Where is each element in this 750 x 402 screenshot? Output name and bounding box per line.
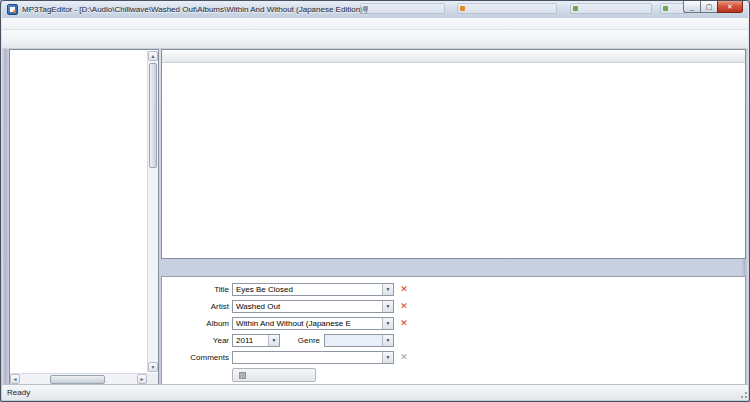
window-frame-left bbox=[2, 49, 9, 384]
background-window-ghost bbox=[570, 3, 652, 14]
editor-body: Title Eyes Be Closed ▼ ✕ Artist Washed O… bbox=[161, 276, 746, 385]
menu-bar bbox=[2, 18, 748, 30]
album-label: Album bbox=[162, 317, 229, 330]
title-label: Title bbox=[162, 283, 229, 296]
scrollbar-corner bbox=[147, 373, 158, 384]
year-dropdown-arrow[interactable]: ▼ bbox=[268, 335, 279, 346]
save-icon bbox=[239, 372, 246, 379]
clear-comments-button[interactable]: ✕ bbox=[398, 351, 410, 363]
scroll-up-button[interactable]: ▲ bbox=[148, 51, 158, 61]
resize-grip[interactable] bbox=[738, 387, 748, 399]
app-icon bbox=[7, 4, 18, 15]
vertical-scroll-thumb[interactable] bbox=[149, 63, 157, 168]
year-value[interactable]: 2011 bbox=[236, 335, 266, 347]
status-text: Ready bbox=[2, 388, 738, 397]
window-title: MP3TagEditor - [D:\Audio\Chillwave\Washe… bbox=[22, 5, 367, 14]
window-controls: _ ▢ ✕ bbox=[683, 1, 743, 13]
scroll-left-button[interactable]: ◄ bbox=[10, 374, 20, 384]
scroll-right-button[interactable]: ► bbox=[137, 374, 147, 384]
app-window: MP3TagEditor - [D:\Audio\Chillwave\Washe… bbox=[0, 0, 750, 402]
clear-title-button[interactable]: ✕ bbox=[398, 283, 410, 295]
maximize-button[interactable]: ▢ bbox=[700, 1, 717, 13]
tag-editor-panel: Title Eyes Be Closed ▼ ✕ Artist Washed O… bbox=[161, 263, 746, 385]
minimize-button[interactable]: _ bbox=[683, 1, 700, 13]
horizontal-scroll-thumb[interactable] bbox=[50, 375, 105, 384]
album-field[interactable]: Within And Without (Japanese E ▼ bbox=[232, 317, 394, 330]
title-field[interactable]: Eyes Be Closed ▼ bbox=[232, 283, 394, 296]
comments-dropdown-arrow[interactable]: ▼ bbox=[382, 352, 393, 363]
genre-dropdown-arrow[interactable]: ▼ bbox=[382, 335, 393, 346]
genre-field[interactable]: ▼ bbox=[324, 334, 394, 347]
title-value[interactable]: Eyes Be Closed bbox=[236, 284, 380, 296]
artist-label: Artist bbox=[162, 300, 229, 313]
year-field[interactable]: 2011 ▼ bbox=[232, 334, 280, 347]
file-list-rows bbox=[162, 63, 745, 258]
comments-field[interactable]: ▼ bbox=[232, 351, 394, 364]
scroll-down-button[interactable]: ▼ bbox=[148, 362, 158, 372]
background-window-ghost bbox=[360, 3, 445, 14]
album-dropdown-arrow[interactable]: ▼ bbox=[382, 318, 393, 329]
artist-field[interactable]: Washed Out ▼ bbox=[232, 300, 394, 313]
album-value[interactable]: Within And Without (Japanese E bbox=[236, 318, 380, 330]
status-bar: Ready bbox=[2, 384, 748, 400]
close-button[interactable]: ✕ bbox=[717, 1, 743, 13]
comments-label: Comments bbox=[162, 351, 229, 364]
tree-horizontal-scrollbar[interactable]: ◄ ► bbox=[10, 373, 147, 384]
file-list-header bbox=[162, 50, 745, 63]
file-list bbox=[161, 49, 746, 259]
artist-value[interactable]: Washed Out bbox=[236, 301, 380, 313]
save-changes-button[interactable] bbox=[232, 368, 316, 382]
artist-dropdown-arrow[interactable]: ▼ bbox=[382, 301, 393, 312]
folder-tree bbox=[10, 51, 147, 372]
year-label: Year bbox=[162, 334, 229, 347]
toolbar bbox=[2, 30, 748, 49]
genre-label: Genre bbox=[282, 334, 320, 347]
clear-artist-button[interactable]: ✕ bbox=[398, 300, 410, 312]
folder-tree-panel: ▲ ▼ ◄ ► bbox=[9, 49, 159, 385]
background-window-ghost bbox=[457, 3, 557, 14]
tree-vertical-scrollbar[interactable]: ▲ ▼ bbox=[147, 51, 158, 372]
clear-album-button[interactable]: ✕ bbox=[398, 317, 410, 329]
title-bar: MP3TagEditor - [D:\Audio\Chillwave\Washe… bbox=[2, 1, 748, 18]
title-dropdown-arrow[interactable]: ▼ bbox=[382, 284, 393, 295]
